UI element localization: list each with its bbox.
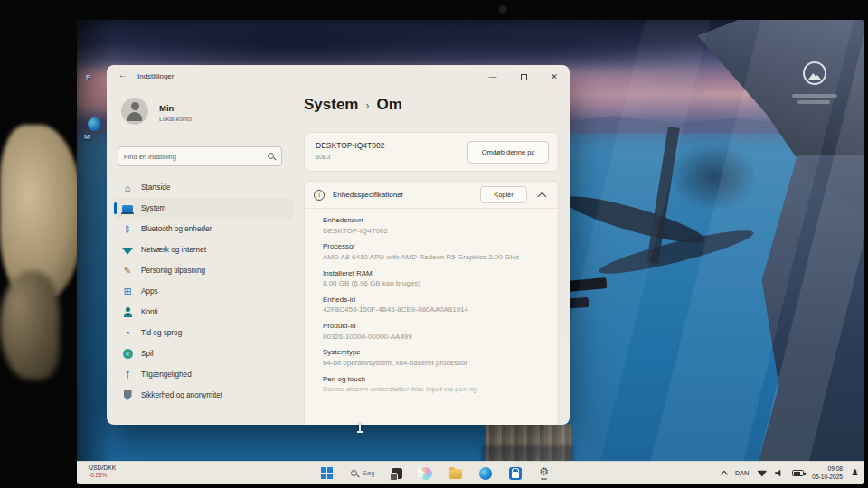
spec-value: 64-bit operativsystem, x64-baseret proce…: [323, 359, 547, 369]
close-button[interactable]: ✕: [539, 65, 570, 89]
settings-app-icon[interactable]: ⚙: [539, 466, 549, 481]
copy-button[interactable]: Kopiér: [480, 186, 527, 203]
couch-cushion-lower: [0, 271, 60, 380]
breadcrumb-separator: ›: [365, 99, 369, 112]
sidebar-item-label: Netværk og internet: [141, 246, 206, 254]
chevron-up-icon[interactable]: [538, 192, 547, 201]
page-title: Om: [376, 96, 401, 114]
device-specs-header[interactable]: i Enhedsspecifikationer Kopiér: [305, 182, 558, 209]
spec-label: Installeret RAM: [323, 269, 547, 277]
sidebar-item-label: System: [141, 204, 165, 212]
start-button[interactable]: [321, 467, 333, 479]
info-icon: i: [314, 190, 325, 201]
network-icon: [121, 244, 134, 257]
system-tray: DAN 09:08 05-10-2025: [722, 462, 859, 484]
spec-label: Processor: [323, 242, 547, 250]
widget-change-value: -0.23%: [89, 472, 116, 479]
account-type: Lokal konto: [159, 116, 192, 122]
device-specs-title: Enhedsspecifikationer: [333, 191, 472, 199]
sidebar-item-apps[interactable]: Apps: [114, 281, 293, 302]
spec-row: Installeret RAM 8,00 GB (6,96 GB kan bru…: [323, 269, 547, 289]
spotlight-caption-blur: [792, 94, 837, 98]
personalization-icon: [121, 265, 134, 277]
spec-row: Systemtype 64-bit operativsystem, x64-ba…: [323, 348, 547, 368]
volume-icon[interactable]: [775, 469, 784, 477]
spec-label: Pen og touch: [323, 375, 547, 383]
rock-silhouette-right: [742, 155, 864, 484]
spec-value: 42F8C459-150F-4B45-8CB9-080AA0A81914: [323, 305, 547, 315]
home-icon: [121, 182, 134, 194]
spec-row: Processor AMD A8-6410 APU with AMD Radeo…: [323, 242, 547, 262]
battery-icon[interactable]: [792, 470, 804, 476]
sidebar-item-sikkerhed[interactable]: Sikkerhed og anonymitet: [114, 385, 293, 406]
window-caption-buttons: — ✕: [477, 65, 570, 89]
device-specs-list: Enhedsnavn DESKTOP-IQ4T002 Processor AMD…: [305, 209, 558, 395]
tray-time: 09:08: [827, 465, 843, 473]
spec-value: 00326-10000-00000-AA499: [323, 333, 547, 343]
settings-search[interactable]: [118, 146, 282, 166]
spec-label: Produkt-id: [323, 322, 547, 330]
clock[interactable]: 09:08 05-10-2025: [812, 465, 843, 480]
device-model: 80E3: [316, 154, 330, 160]
notifications-bell-icon[interactable]: [851, 469, 859, 477]
tray-date: 05-10-2025: [812, 474, 843, 481]
spec-label: Systemtype: [323, 348, 547, 356]
desktop-icon-label-partial-2: Mi: [84, 134, 90, 140]
taskbar-widget[interactable]: ▾ USD/DKK -0.23%: [84, 465, 116, 479]
search-icon: [267, 152, 276, 161]
account-avatar[interactable]: [121, 98, 148, 125]
language-indicator[interactable]: DAN: [735, 469, 749, 477]
file-explorer-icon[interactable]: [449, 469, 462, 479]
sidebar-item-label: Apps: [141, 287, 158, 296]
settings-sidebar: Startside System Bluetooth og enheder Ne…: [114, 177, 293, 406]
widget-pair-label: USD/DKK: [89, 465, 116, 472]
gaming-icon: [121, 348, 134, 361]
sidebar-item-label: Spil: [141, 350, 154, 358]
dock-shadow: [482, 445, 574, 463]
sidebar-item-tilgaengelighed[interactable]: Tilgængelighed: [114, 364, 293, 385]
device-name-card: DESKTOP-IQ4T002 80E3 Omdøb denne pc: [304, 132, 559, 172]
back-button[interactable]: ←: [118, 70, 127, 80]
system-icon: [121, 202, 134, 215]
breadcrumb-section[interactable]: System: [304, 96, 358, 114]
search-input[interactable]: [124, 153, 267, 161]
accounts-icon: [121, 306, 134, 319]
maximize-button[interactable]: [508, 65, 539, 89]
spotlight-caption-blur-2: [797, 100, 830, 104]
spec-value: 8,00 GB (6,96 GB kan bruges): [323, 279, 547, 289]
taskbar-search[interactable]: Søg: [350, 469, 374, 478]
sidebar-item-startside[interactable]: Startside: [114, 177, 293, 198]
laptop-screen: P Mi ← Indstillinger — ✕ Min Lokal konto…: [77, 20, 864, 484]
maximize-icon: [521, 74, 527, 80]
taskbar: ▾ USD/DKK -0.23% Søg ⚙: [77, 461, 864, 484]
tray-overflow-chevron-icon[interactable]: [721, 470, 728, 477]
minimize-button[interactable]: —: [477, 65, 508, 89]
sidebar-item-netvaerk[interactable]: Netværk og internet: [114, 239, 293, 260]
task-view-icon[interactable]: [392, 468, 402, 479]
sidebar-item-tid-og-sprog[interactable]: Tid og sprog: [114, 323, 293, 343]
sidebar-item-system[interactable]: System: [114, 198, 293, 219]
time-icon: [121, 327, 134, 340]
sidebar-item-label: Tilgængelighed: [141, 371, 192, 379]
edge-browser-icon[interactable]: [479, 467, 492, 480]
spec-label: Enheds-id: [323, 296, 547, 304]
desktop-icon-label-partial: P: [86, 74, 90, 80]
sidebar-item-label: Konti: [141, 308, 158, 316]
active-app-indicator: [541, 478, 547, 480]
sidebar-item-bluetooth[interactable]: Bluetooth og enheder: [114, 219, 293, 239]
gear-icon: ⚙: [539, 466, 549, 477]
window-title: Indstillinger: [137, 72, 174, 80]
search-icon: [350, 469, 359, 478]
microsoft-store-icon[interactable]: [509, 467, 522, 480]
sidebar-item-spil[interactable]: Spil: [114, 343, 293, 364]
spec-value: Denne skærm understøtter ikke input via …: [323, 385, 547, 395]
spec-value: DESKTOP-IQ4T002: [323, 227, 547, 237]
rename-pc-button[interactable]: Omdøb denne pc: [467, 141, 549, 164]
settings-window: ← Indstillinger — ✕ Min Lokal konto Star…: [107, 65, 570, 425]
spotlight-info-icon[interactable]: [803, 61, 826, 85]
desktop-app-icon[interactable]: [88, 117, 101, 131]
wifi-icon[interactable]: [757, 470, 767, 477]
bluetooth-icon: [121, 223, 134, 236]
sidebar-item-konti[interactable]: Konti: [114, 302, 293, 323]
sidebar-item-personlig-tilpasning[interactable]: Personlig tilpasning: [114, 260, 293, 281]
